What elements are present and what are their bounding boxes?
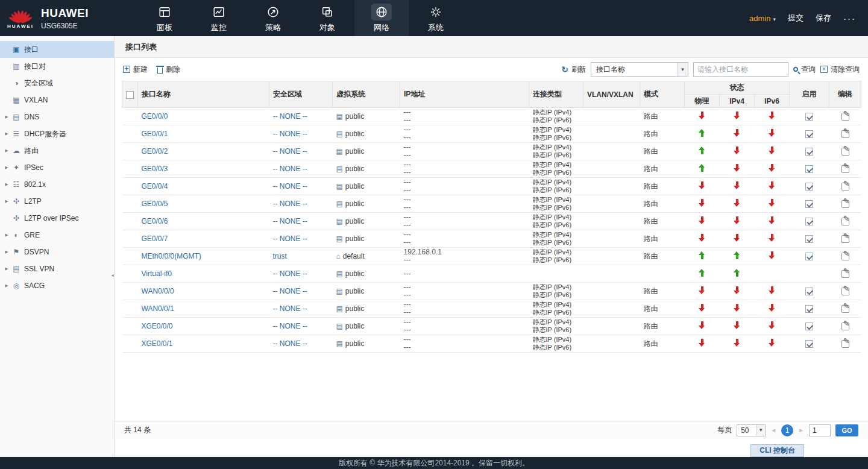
sidebar-item-dot1x[interactable]: ▶ ☷ 802.1x [0, 176, 114, 193]
edit-icon[interactable] [841, 340, 849, 348]
query-button[interactable]: 查询 [793, 65, 816, 75]
enable-checkbox[interactable] [805, 253, 813, 260]
zone-link[interactable]: -- NONE -- [273, 130, 307, 138]
interface-name-link[interactable]: GE0/0/2 [142, 147, 168, 156]
edit-icon[interactable] [841, 235, 849, 243]
enable-checkbox[interactable] [805, 113, 813, 121]
nav-tab-system[interactable]: 系统 [409, 0, 463, 36]
edit-icon[interactable] [841, 270, 849, 278]
interface-name-link[interactable]: GE0/0/0 [142, 112, 168, 121]
expand-caret-icon[interactable]: ▶ [0, 131, 11, 136]
refresh-button[interactable]: ↻刷新 [561, 65, 586, 75]
enable-checkbox[interactable] [805, 288, 813, 295]
interface-name-link[interactable]: GE0/0/7 [142, 234, 168, 243]
search-input[interactable] [693, 62, 788, 77]
interface-name-link[interactable]: MEth0/0/0(MGMT) [142, 252, 201, 260]
zone-link[interactable]: -- NONE -- [273, 165, 307, 173]
edit-icon[interactable] [841, 183, 849, 190]
nav-tab-dashboard[interactable]: 面板 [137, 0, 192, 36]
zone-link[interactable]: -- NONE -- [273, 182, 307, 190]
enable-checkbox[interactable] [805, 235, 813, 243]
edit-icon[interactable] [841, 253, 849, 260]
nav-tab-monitor[interactable]: 监控 [192, 0, 246, 36]
interface-name-link[interactable]: WAN0/0/1 [142, 304, 174, 313]
interface-name-link[interactable]: Virtual-if0 [142, 269, 172, 278]
next-page-button[interactable]: ► [798, 427, 804, 433]
expand-caret-icon[interactable]: ▶ [0, 182, 11, 187]
interface-name-link[interactable]: GE0/0/5 [142, 200, 168, 208]
sidebar-item-dsvpn[interactable]: ▶ ⚑ DSVPN [0, 244, 114, 260]
edit-icon[interactable] [841, 113, 849, 121]
sidebar-item-security-zone[interactable]: ▶ ◑ 安全区域 [0, 75, 114, 92]
sidebar-item-sacg[interactable]: ▶ ◎ SACG [0, 277, 114, 294]
edit-icon[interactable] [841, 288, 849, 295]
interface-name-link[interactable]: GE0/0/6 [142, 217, 168, 225]
zone-link[interactable]: -- NONE -- [273, 147, 307, 156]
more-menu-button[interactable]: ··· [843, 13, 856, 24]
edit-icon[interactable] [841, 165, 849, 173]
enable-checkbox[interactable] [805, 340, 813, 348]
expand-caret-icon[interactable]: ▶ [0, 199, 11, 204]
sidebar-collapse-handle[interactable]: ◄ [110, 268, 115, 282]
sidebar-item-ssl-vpn[interactable]: ▶ ▤ SSL VPN [0, 260, 114, 277]
zone-link[interactable]: -- NONE -- [273, 217, 307, 225]
page-input[interactable] [809, 424, 831, 436]
enable-checkbox[interactable] [805, 130, 813, 138]
zone-link[interactable]: -- NONE -- [273, 304, 307, 313]
expand-caret-icon[interactable]: ▶ [0, 233, 11, 238]
sidebar-item-route[interactable]: ▶ ☁ 路由 [0, 142, 114, 159]
interface-name-link[interactable]: WAN0/0/0 [142, 287, 174, 295]
enable-checkbox[interactable] [805, 305, 813, 313]
clear-query-button[interactable]: ×清除查询 [820, 65, 860, 75]
expand-caret-icon[interactable]: ▶ [0, 165, 11, 170]
sidebar-item-ipsec[interactable]: ▶ ✦ IPSec [0, 159, 114, 176]
zone-link[interactable]: -- NONE -- [273, 287, 307, 295]
enable-checkbox[interactable] [805, 148, 813, 156]
enable-checkbox[interactable] [805, 323, 813, 330]
sidebar-item-interface[interactable]: ▶ ▣ 接口 [0, 41, 114, 58]
sidebar-item-dhcp-server[interactable]: ▶ ☰ DHCP服务器 [0, 125, 114, 142]
nav-tab-policy[interactable]: 策略 [246, 0, 300, 36]
nav-tab-network[interactable]: 网络 [354, 0, 409, 36]
enable-checkbox[interactable] [805, 165, 813, 173]
current-page[interactable]: 1 [781, 424, 793, 436]
cli-console-button[interactable]: CLI 控制台 [750, 444, 804, 457]
sidebar-item-l2tp-over-ipsec[interactable]: ▶ ✣ L2TP over IPSec [0, 210, 114, 227]
per-page-select[interactable]: 50 ▼ [737, 424, 766, 436]
commit-button[interactable]: 提交 [788, 13, 804, 24]
new-button[interactable]: 新建 [123, 65, 148, 75]
expand-caret-icon[interactable]: ▶ [0, 266, 11, 271]
prev-page-button[interactable]: ◄ [770, 427, 776, 433]
save-button[interactable]: 保存 [816, 13, 831, 24]
enable-checkbox[interactable] [805, 183, 813, 190]
zone-link[interactable]: -- NONE -- [273, 339, 307, 348]
interface-name-link[interactable]: GE0/0/3 [142, 165, 168, 173]
select-all-checkbox[interactable] [126, 91, 134, 99]
expand-caret-icon[interactable]: ▶ [0, 283, 11, 288]
nav-tab-object[interactable]: 对象 [300, 0, 354, 36]
zone-link[interactable]: -- NONE -- [273, 112, 307, 121]
interface-name-link[interactable]: GE0/0/4 [142, 182, 168, 190]
expand-caret-icon[interactable]: ▶ [0, 115, 11, 119]
user-menu[interactable]: admin▾ [749, 14, 776, 23]
interface-name-link[interactable]: XGE0/0/1 [142, 339, 173, 348]
zone-link[interactable]: -- NONE -- [273, 269, 307, 278]
filter-field-select[interactable]: 接口名称 ▼ [591, 62, 688, 77]
expand-caret-icon[interactable]: ▶ [0, 250, 11, 254]
edit-icon[interactable] [841, 148, 849, 156]
edit-icon[interactable] [841, 218, 849, 225]
delete-button[interactable]: 删除 [157, 65, 180, 75]
zone-link[interactable]: -- NONE -- [273, 322, 307, 330]
zone-link[interactable]: -- NONE -- [273, 200, 307, 208]
edit-icon[interactable] [841, 130, 849, 138]
sidebar-item-l2tp[interactable]: ▶ ✣ L2TP [0, 193, 114, 210]
edit-icon[interactable] [841, 305, 849, 313]
edit-icon[interactable] [841, 323, 849, 330]
interface-name-link[interactable]: XGE0/0/0 [142, 322, 173, 330]
sidebar-item-gre[interactable]: ▶ ◐ GRE [0, 227, 114, 244]
expand-caret-icon[interactable]: ▶ [0, 148, 11, 153]
sidebar-item-vxlan[interactable]: ▶ ▦ VXLAN [0, 92, 114, 109]
zone-link[interactable]: trust [273, 252, 287, 260]
edit-icon[interactable] [841, 200, 849, 208]
interface-name-link[interactable]: GE0/0/1 [142, 130, 168, 138]
